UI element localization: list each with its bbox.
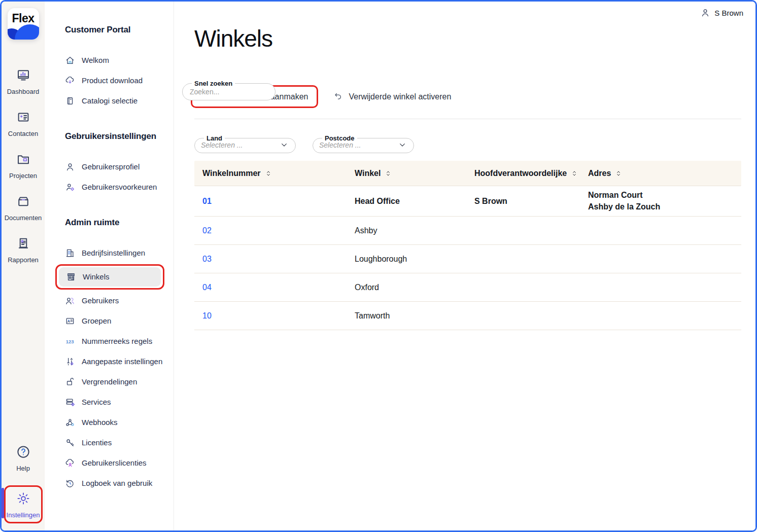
- rail-item-label: Contacten: [8, 130, 38, 137]
- column-header-label: Winkel: [355, 169, 381, 178]
- sidebar-item-aangepaste-instellingen[interactable]: Aangepaste instellingen: [65, 351, 164, 372]
- store-number-link[interactable]: 01: [202, 197, 212, 205]
- sidebar-item-bedrijfsinstellingen[interactable]: Bedrijfsinstellingen: [65, 243, 164, 263]
- documents-icon: [16, 194, 31, 211]
- table-row[interactable]: 02 Ashby: [194, 217, 741, 245]
- divider: [194, 119, 741, 119]
- table-row[interactable]: 01 Head Office S Brown Norman CourtAshby…: [194, 186, 741, 217]
- sidebar-item-product-download[interactable]: Product download: [65, 70, 164, 91]
- undo-restore-icon: [333, 92, 343, 101]
- projects-folder-icon: [16, 152, 31, 169]
- flex-logo[interactable]: Flex: [8, 8, 39, 40]
- help-question-icon: [16, 444, 31, 462]
- numbers-123-icon: 123: [65, 336, 75, 346]
- sort-icon: [265, 170, 272, 177]
- sidebar-section-customer-portal: Customer Portal Welkom Product download …: [65, 25, 164, 111]
- sidebar-section-title: Admin ruimte: [65, 218, 164, 228]
- search-input[interactable]: [189, 87, 270, 96]
- store-icon: [66, 272, 76, 282]
- sidebar-item-webhooks[interactable]: Webhooks: [65, 412, 164, 433]
- sidebar-item-logboek-van-gebruik[interactable]: Logboek van gebruik: [65, 473, 164, 493]
- table-row[interactable]: 04 Oxford: [194, 273, 741, 302]
- sidebar-item-label: Welkom: [82, 56, 109, 64]
- cell-hoofdverantwoordelijke: S Brown: [466, 197, 580, 206]
- sidebar-item-label: Product download: [82, 76, 143, 85]
- sidebar-item-gebruikerslicenties[interactable]: Gebruikerslicenties: [65, 453, 164, 473]
- rail-item-rapporten[interactable]: Rapporten: [5, 236, 42, 264]
- filter-postcode[interactable]: Postcode Selecteren ...: [313, 134, 414, 153]
- cell-winkelnummer: 02: [194, 226, 347, 235]
- cell-winkelnummer: 01: [194, 197, 347, 206]
- column-header-winkelnummer[interactable]: Winkelnummer: [194, 169, 347, 178]
- rail-item-instellingen[interactable]: Instellingen: [7, 491, 40, 519]
- actions-row: Nieuwe winkel aanmaken Verwijderde winke…: [194, 85, 741, 108]
- rail-item-label: Instellingen: [7, 511, 40, 519]
- sidebar-item-label: Services: [82, 398, 111, 406]
- sidebar-item-gebruikersprofiel[interactable]: Gebruikersprofiel: [65, 157, 164, 177]
- table-header-row: Winkelnummer Winkel Hoofdverantwoordelij…: [194, 161, 741, 186]
- cloud-download-icon: [65, 76, 75, 86]
- column-header-hoofdverantwoordelijke[interactable]: Hoofdverantwoordelijke: [466, 169, 580, 178]
- rail-item-contacten[interactable]: Contacten: [5, 110, 42, 137]
- rail-item-documenten[interactable]: Documenten: [5, 194, 42, 222]
- server-gear-icon: [65, 397, 75, 407]
- cell-winkel: Ashby: [347, 226, 466, 235]
- rail-bottom: Help Instellingen: [2, 444, 45, 530]
- table-row[interactable]: 03 Loughborough: [194, 245, 741, 273]
- sidebar-item-services[interactable]: Services: [65, 392, 164, 412]
- svg-text:123: 123: [66, 339, 74, 344]
- webhook-icon: [65, 417, 75, 428]
- sidebar-item-label: Webhooks: [82, 418, 118, 427]
- cell-winkel: Tamworth: [347, 311, 466, 321]
- sort-icon: [571, 170, 578, 177]
- address-line: Norman Court: [588, 190, 741, 201]
- store-number-link[interactable]: 10: [202, 311, 212, 320]
- cloud-user-icon: [65, 458, 75, 468]
- key-icon: [65, 438, 75, 448]
- store-number-link[interactable]: 04: [202, 283, 212, 292]
- sidebar-section-title: Gebruikersinstellingen: [65, 131, 164, 141]
- group-card-icon: [65, 316, 75, 326]
- sidebar-item-label: Groepen: [82, 316, 111, 325]
- rail-item-projecten[interactable]: Projecten: [5, 152, 42, 180]
- column-header-label: Adres: [588, 169, 611, 178]
- user-icon: [65, 162, 75, 172]
- sidebar-section-title: Customer Portal: [65, 25, 164, 35]
- store-number-link[interactable]: 02: [202, 226, 212, 235]
- table-row[interactable]: 10 Tamworth: [194, 302, 741, 330]
- filter-placeholder: Selecteren ...: [319, 141, 361, 149]
- history-icon: [65, 478, 75, 488]
- rail-item-dashboard[interactable]: Dashboard: [5, 67, 42, 95]
- sidebar-item-label: Bedrijfsinstellingen: [82, 249, 145, 257]
- sidebar-item-groepen[interactable]: Groepen: [65, 311, 164, 331]
- chevron-down-icon: [280, 141, 288, 149]
- rail-item-label: Help: [16, 465, 30, 472]
- column-header-winkel[interactable]: Winkel: [347, 169, 466, 178]
- cell-winkelnummer: 10: [194, 311, 347, 321]
- sidebar-item-label: Aangepaste instellingen: [82, 357, 162, 366]
- store-number-link[interactable]: 03: [202, 255, 212, 263]
- sidebar-item-winkels[interactable]: Winkels: [59, 267, 161, 287]
- sidebar-item-gebruikers[interactable]: Gebruikers: [65, 291, 164, 311]
- rail-item-label: Projecten: [9, 172, 37, 180]
- sort-icon: [615, 170, 622, 177]
- rail-item-label: Dashboard: [7, 88, 40, 95]
- table-body: 01 Head Office S Brown Norman CourtAshby…: [194, 186, 741, 330]
- sidebar-item-welkom[interactable]: Welkom: [65, 50, 164, 70]
- page-title: Winkels: [194, 25, 741, 52]
- sidebar-item-nummerreeks-regels[interactable]: 123 Nummerreeks regels: [65, 331, 164, 351]
- sliders-gear-icon: [65, 357, 75, 367]
- filter-placeholder: Selecteren ...: [201, 141, 243, 149]
- sidebar-item-licenties[interactable]: Licenties: [65, 433, 164, 453]
- column-header-adres[interactable]: Adres: [580, 169, 741, 178]
- sidebar-item-catalogi-selectie[interactable]: Catalogi selectie: [65, 91, 164, 111]
- sidebar-item-label: Gebruikersvoorkeuren: [82, 183, 157, 191]
- sidebar-item-gebruikersvoorkeuren[interactable]: Gebruikersvoorkeuren: [65, 177, 164, 197]
- filter-land[interactable]: Land Selecteren ...: [194, 134, 296, 153]
- users-icon: [65, 296, 75, 306]
- verwijderde-winkel-activeren-button[interactable]: Verwijderde winkel activeren: [333, 92, 451, 101]
- sidebar-item-label: Winkels: [83, 272, 110, 281]
- user-menu[interactable]: S Brown: [700, 8, 743, 18]
- rail-item-help[interactable]: Help: [16, 444, 31, 472]
- sidebar-item-vergrendelingen[interactable]: Vergrendelingen: [65, 372, 164, 392]
